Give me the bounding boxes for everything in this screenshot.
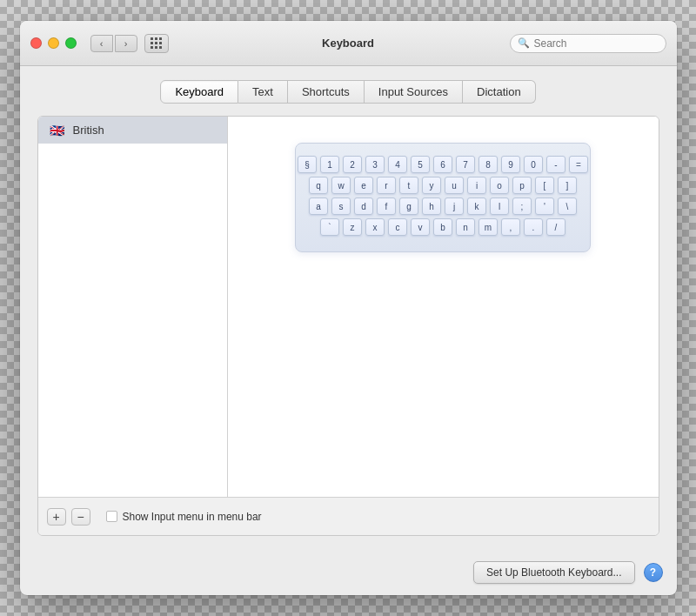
right-panel: § 1 2 3 4 5 6 7 8 9 0 - = [228,117,659,497]
main-window: ‹ › Keyboard 🔍 Keyboard Text Shortcuts I… [20,21,677,595]
keyboard-row-1: § 1 2 3 4 5 6 7 8 9 0 - = [310,156,576,173]
keyboard-row-4: ` z x c v b n m , . / [310,218,576,236]
key-l[interactable]: l [490,198,509,215]
panel-bottom: + − Show Input menu in menu bar [38,497,659,535]
key-m[interactable]: m [478,218,498,236]
show-input-menu-checkbox[interactable] [106,511,117,522]
tab-text[interactable]: Text [238,80,288,104]
key-9[interactable]: 9 [501,156,520,173]
key-3[interactable]: 3 [365,156,385,173]
remove-input-button[interactable]: − [71,508,90,526]
key-i[interactable]: i [467,177,486,194]
key-c[interactable]: c [388,218,407,236]
key-a[interactable]: a [309,198,328,215]
key-section[interactable]: § [298,156,317,173]
key-x[interactable]: x [365,218,385,236]
key-0[interactable]: 0 [524,156,543,173]
key-equals[interactable]: = [569,156,588,173]
key-semicolon[interactable]: ; [512,198,532,215]
key-lbracket[interactable]: [ [535,177,554,194]
key-4[interactable]: 4 [388,156,407,173]
sidebar-item-label: British [73,124,104,137]
key-w[interactable]: w [331,177,351,194]
key-y[interactable]: y [422,177,441,194]
forward-button[interactable]: › [115,35,137,52]
tab-input-sources[interactable]: Input Sources [365,80,463,104]
back-button[interactable]: ‹ [90,35,113,52]
close-button[interactable] [30,37,42,49]
panel-body: 🇬🇧 British § 1 2 3 4 5 6 [38,117,659,497]
add-input-button[interactable]: + [47,508,66,526]
key-2[interactable]: 2 [343,156,362,173]
sidebar-item-british[interactable]: 🇬🇧 British [38,117,227,144]
footer: Set Up Bluetooth Keyboard... ? [20,550,677,595]
grid-icon [151,37,163,50]
tab-keyboard[interactable]: Keyboard [160,80,238,104]
window-title: Keyboard [322,37,374,50]
key-p[interactable]: p [512,177,532,194]
keyboard-visual: § 1 2 3 4 5 6 7 8 9 0 - = [295,143,591,252]
key-backtick[interactable]: ` [320,218,339,236]
main-panel: 🇬🇧 British § 1 2 3 4 5 6 [37,116,659,536]
show-input-menu-label[interactable]: Show Input menu in menu bar [106,511,262,523]
tab-shortcuts[interactable]: Shortcuts [288,80,365,104]
key-quote[interactable]: ' [535,198,554,215]
search-box[interactable]: 🔍 [510,34,666,53]
sidebar: 🇬🇧 British [38,117,228,497]
bluetooth-keyboard-button[interactable]: Set Up Bluetooth Keyboard... [473,561,634,584]
key-comma[interactable]: , [501,218,520,236]
key-rbracket[interactable]: ] [558,177,577,194]
content-area: Keyboard Text Shortcuts Input Sources Di… [20,66,677,550]
minimize-button[interactable] [48,37,59,49]
key-o[interactable]: o [490,177,509,194]
key-u[interactable]: u [445,177,464,194]
key-s[interactable]: s [331,198,351,215]
title-bar: ‹ › Keyboard 🔍 [20,21,677,66]
key-v[interactable]: v [411,218,430,236]
keyboard-row-2: q w e r t y u i o p [ ] [310,177,576,194]
key-7[interactable]: 7 [456,156,475,173]
key-n[interactable]: n [456,218,475,236]
key-k[interactable]: k [467,198,486,215]
key-j[interactable]: j [445,198,464,215]
search-input[interactable] [534,37,659,50]
window-controls [30,37,77,49]
search-icon: 🔍 [518,37,530,49]
show-input-menu-text: Show Input menu in menu bar [123,511,262,523]
key-slash[interactable]: / [546,218,566,236]
tab-dictation[interactable]: Dictation [463,80,536,104]
key-6[interactable]: 6 [433,156,452,173]
grid-button[interactable] [144,34,169,53]
key-t[interactable]: t [399,177,418,194]
keyboard-row-3: a s d f g h j k l ; ' \ [310,198,576,215]
key-minus[interactable]: - [546,156,566,173]
key-1[interactable]: 1 [320,156,339,173]
key-b[interactable]: b [433,218,452,236]
key-backslash[interactable]: \ [558,198,577,215]
key-e[interactable]: e [354,177,373,194]
key-r[interactable]: r [377,177,396,194]
help-button[interactable]: ? [644,563,663,582]
british-flag-icon: 🇬🇧 [49,124,66,137]
tabs-bar: Keyboard Text Shortcuts Input Sources Di… [37,80,659,104]
key-z[interactable]: z [343,218,362,236]
key-h[interactable]: h [422,198,441,215]
key-f[interactable]: f [377,198,396,215]
key-period[interactable]: . [524,218,543,236]
key-d[interactable]: d [354,198,373,215]
key-8[interactable]: 8 [478,156,498,173]
key-q[interactable]: q [309,177,328,194]
maximize-button[interactable] [65,37,77,49]
nav-buttons: ‹ › [90,35,137,52]
key-5[interactable]: 5 [411,156,430,173]
key-g[interactable]: g [399,198,418,215]
